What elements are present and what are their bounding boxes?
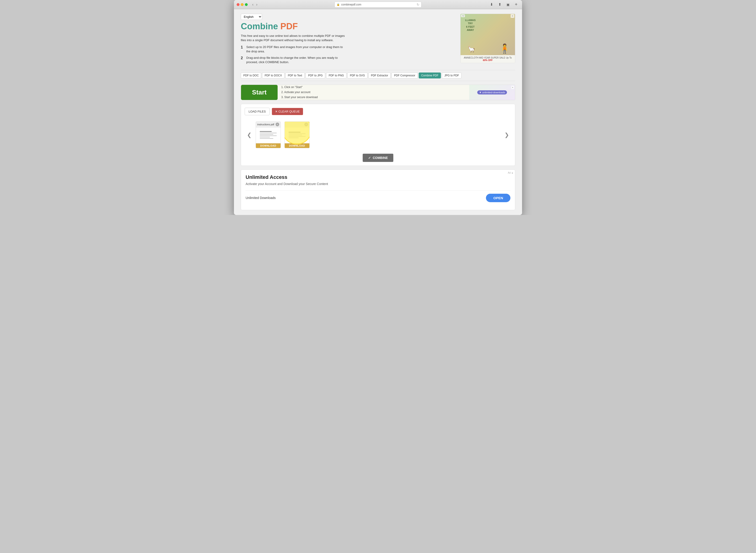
tab-pdf-to-jpg[interactable]: PDF to JPG xyxy=(306,73,325,78)
ad-step-1: 1. Click on "Start" xyxy=(281,85,466,90)
llama-icon: 🦙 xyxy=(468,45,476,53)
tab-combine-pdf[interactable]: Combine PDF xyxy=(419,73,441,78)
file-card-1-preview xyxy=(256,128,280,143)
combine-label: COMBINE xyxy=(373,156,388,160)
description-text: This free and easy to use online tool al… xyxy=(241,33,346,43)
ad-image: Ad LLAMASTRY6 FEETAWAY 🦙 🧍 xyxy=(460,14,515,55)
nav-buttons: ‹ › xyxy=(251,2,258,7)
tab-pdf-to-png[interactable]: PDF to PNG xyxy=(326,73,346,78)
preview-line xyxy=(260,137,270,138)
file-card-1-download-button[interactable]: DOWNLOAD xyxy=(256,143,280,148)
brand-title: Combine PDF xyxy=(241,22,456,31)
tab-pdf-to-doc[interactable]: PDF to DOC xyxy=(241,73,261,78)
lang-row: English xyxy=(241,14,456,20)
tool-area: LOAD FILES ✕ CLEAR QUEUE ❮ instructions.… xyxy=(241,104,515,166)
step-2-number: 2 xyxy=(241,56,244,61)
minimize-window-button[interactable] xyxy=(241,3,244,6)
preview-line xyxy=(260,131,272,132)
preview-line xyxy=(260,133,277,133)
files-container: instructions.pdf × xyxy=(254,120,502,150)
browser-window: ‹ › 🔒 combinepdf.com ↻ ⬇ ⬆ ▣ + English xyxy=(234,0,522,215)
ad-badge: Ad xyxy=(461,14,465,17)
carousel-next-button[interactable]: ❯ xyxy=(502,130,511,140)
forward-button[interactable]: › xyxy=(255,2,258,7)
person-icon: 🧍 xyxy=(499,43,510,54)
file-card-1-close-button[interactable]: × xyxy=(275,123,279,126)
bottom-ad-description: Activate your Account and Download your … xyxy=(246,182,510,186)
ad-wide-banner: Start 1. Click on "Start" 2. Activate yo… xyxy=(241,85,515,100)
tab-pdf-to-svg[interactable]: PDF to SVG xyxy=(347,73,367,78)
file-card-2: × DOWNLOAD xyxy=(284,122,310,148)
tab-pdf-to-docx[interactable]: PDF to DOCX xyxy=(262,73,284,78)
step-2: 2 Drag-and-drop file blocks to change th… xyxy=(241,56,346,65)
header-left: English Combine PDF This free and easy t… xyxy=(241,14,456,66)
new-tab-button[interactable]: + xyxy=(513,1,519,8)
ad-wide-close-button[interactable]: × xyxy=(511,86,514,89)
unlimited-badge: ▼ unlimited-downloads xyxy=(477,90,507,94)
steps-list: 1 Select up to 20 PDF files and images f… xyxy=(241,45,456,65)
ad-start-button[interactable]: Start xyxy=(241,85,278,100)
preview-line xyxy=(260,134,273,135)
step-1: 1 Select up to 20 PDF files and images f… xyxy=(241,45,346,54)
page-content: English Combine PDF This free and easy t… xyxy=(234,9,522,215)
ad-right-wrapper: Ad LLAMASTRY6 FEETAWAY 🦙 🧍 ANNIECLOTH MI… xyxy=(456,14,515,63)
file-card-2-close-button[interactable]: × xyxy=(304,123,308,126)
titlebar: ‹ › 🔒 combinepdf.com ↻ ⬇ ⬆ ▣ + xyxy=(234,0,522,9)
unlimited-downloads-label: Unlimited Downloads xyxy=(246,196,276,200)
ad-wide-content: 1. Click on "Start" 2. Activate your acc… xyxy=(278,85,469,100)
preview-line xyxy=(288,135,302,135)
file-card-1: instructions.pdf × xyxy=(256,122,281,148)
combine-btn-wrapper: ✓ COMBINE xyxy=(245,151,511,162)
clear-queue-button[interactable]: ✕ CLEAR QUEUE xyxy=(272,108,303,115)
files-carousel: ❮ instructions.pdf × xyxy=(245,119,511,151)
share-button[interactable]: ⬆ xyxy=(496,1,503,8)
upload-files-button[interactable]: LOAD FILES xyxy=(245,108,270,115)
step-1-text: Select up to 20 PDF files and images fro… xyxy=(246,45,346,54)
fullscreen-window-button[interactable] xyxy=(245,3,248,6)
ad-footer-text: ANNIECLOTH MID YEAR SUPER SALE Up To 60%… xyxy=(460,55,515,63)
carousel-prev-button[interactable]: ❮ xyxy=(245,130,254,140)
brand-combine: Combine xyxy=(241,21,278,31)
combine-button[interactable]: ✓ COMBINE xyxy=(363,154,393,162)
bottom-ad-row: Unlimited Downloads OPEN xyxy=(246,190,510,206)
step-2-text: Drag-and-drop file blocks to change the … xyxy=(246,56,346,65)
preview-line xyxy=(260,138,273,139)
toolbar-right: ⬇ ⬆ ▣ + xyxy=(488,1,519,8)
file-card-1-header: instructions.pdf × xyxy=(256,122,280,128)
bottom-ad: Ad × Unlimited Access Activate your Acco… xyxy=(241,169,515,210)
bottom-ad-title: Unlimited Access xyxy=(246,174,510,180)
tab-pdf-to-text[interactable]: PDF to Text xyxy=(285,73,305,78)
preview-line xyxy=(288,136,306,137)
header-area: English Combine PDF This free and easy t… xyxy=(241,14,515,66)
preview-line xyxy=(288,132,301,133)
refresh-icon[interactable]: ↻ xyxy=(417,3,419,6)
traffic-lights xyxy=(237,3,248,6)
language-select[interactable]: English xyxy=(241,14,262,20)
tool-buttons: LOAD FILES ✕ CLEAR QUEUE xyxy=(245,108,511,115)
tab-pdf-extractor[interactable]: PDF Extractor xyxy=(368,73,391,78)
file-card-2-download-button[interactable]: DOWNLOAD xyxy=(285,143,310,148)
tool-nav: PDF to DOC PDF to DOCX PDF to Text PDF t… xyxy=(241,70,515,81)
bottom-ad-close-button[interactable]: × xyxy=(512,171,513,175)
lock-icon: 🔒 xyxy=(337,3,340,6)
file-card-2-header: × xyxy=(285,122,310,128)
tab-pdf-compressor[interactable]: PDF Compressor xyxy=(392,73,418,78)
file-card-2-preview xyxy=(285,128,310,143)
file-preview-lines-1 xyxy=(258,130,278,141)
ad-step-2: 2. Activate your account xyxy=(281,90,466,95)
open-button[interactable]: OPEN xyxy=(486,194,510,202)
close-window-button[interactable] xyxy=(237,3,239,6)
brand-pdf: PDF xyxy=(278,21,298,31)
back-button[interactable]: ‹ xyxy=(251,2,254,7)
tab-jpg-to-pdf[interactable]: JPG to PDF xyxy=(442,73,461,78)
download-button[interactable]: ⬇ xyxy=(488,1,495,8)
sidebar-toggle-button[interactable]: ▣ xyxy=(505,1,511,8)
bottom-ad-close-area: Ad × xyxy=(508,171,513,175)
address-bar[interactable]: 🔒 combinepdf.com ↻ xyxy=(335,2,421,8)
preview-line xyxy=(288,138,299,138)
ad-close-button[interactable]: × xyxy=(511,14,514,18)
url-text: combinepdf.com xyxy=(341,3,361,6)
file-card-1-name: instructions.pdf xyxy=(257,123,274,126)
preview-line xyxy=(288,133,306,134)
step-1-number: 1 xyxy=(241,45,244,50)
